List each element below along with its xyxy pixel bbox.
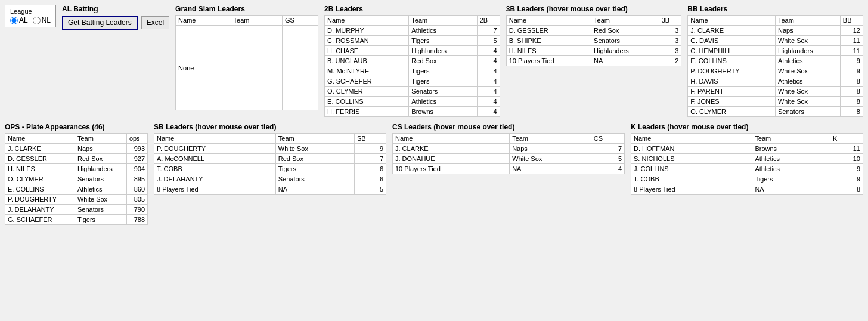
row-val: 904 bbox=[126, 164, 147, 174]
ops-leaders-section: OPS - Plate Appearances (46) Name Team o… bbox=[5, 123, 148, 225]
row-val: 5 bbox=[477, 36, 500, 46]
row-val: 4 bbox=[477, 107, 500, 117]
ops-title: OPS - Plate Appearances (46) bbox=[5, 123, 148, 131]
row-name: H. CHASE bbox=[325, 46, 409, 56]
row-val: 10 bbox=[830, 154, 863, 164]
3b-col-name: Name bbox=[506, 16, 591, 26]
row-team: Tigers bbox=[409, 66, 477, 76]
table-row: H. NILESHighlanders904 bbox=[5, 164, 148, 174]
row-val: 9 bbox=[840, 66, 863, 76]
row-team: White Sox bbox=[275, 144, 354, 154]
radio-nl-input[interactable] bbox=[33, 17, 41, 24]
row-team: Senators bbox=[591, 36, 659, 46]
row-name: A. McCONNELL bbox=[154, 154, 276, 164]
ops-table: Name Team ops J. CLARKENaps993D. GESSLER… bbox=[5, 133, 148, 225]
row-val: 4 bbox=[477, 97, 500, 107]
row-name: 10 Players Tied bbox=[393, 164, 510, 174]
row-val: 9 bbox=[830, 174, 863, 184]
row-team: Athletics bbox=[752, 154, 830, 164]
table-row: O. CLYMERSenators895 bbox=[5, 174, 148, 184]
sb-col-val: SB bbox=[355, 134, 386, 144]
row-val: 4 bbox=[477, 46, 500, 56]
row-name: G. DAVIS bbox=[688, 36, 776, 46]
ops-col-name: Name bbox=[5, 134, 75, 144]
row-name: D. MURPHY bbox=[325, 26, 409, 36]
table-row: D. GESSLERRed Sox927 bbox=[5, 154, 148, 164]
row-team: Highlanders bbox=[591, 46, 659, 56]
radio-al-input[interactable] bbox=[10, 17, 18, 24]
radio-nl-label: NL bbox=[42, 16, 51, 24]
row-val: 895 bbox=[126, 174, 147, 184]
ops-col-val: ops bbox=[126, 134, 147, 144]
row-name: B. UNGLAUB bbox=[325, 56, 409, 66]
table-row: T. COBBTigers9 bbox=[631, 174, 863, 184]
table-row: O. CLYMERSenators8 bbox=[688, 107, 863, 117]
row-name: H. NILES bbox=[5, 164, 75, 174]
bb-col-team: Team bbox=[775, 16, 840, 26]
row-team: Tigers bbox=[752, 174, 830, 184]
table-row: G. DAVISWhite Sox11 bbox=[688, 36, 863, 46]
k-col-val: K bbox=[830, 134, 863, 144]
row-val: 7 bbox=[477, 26, 500, 36]
row-name: J. DONAHUE bbox=[393, 154, 510, 164]
row-team: Tigers bbox=[409, 36, 477, 46]
get-batting-leaders-button[interactable]: Get Batting Leaders bbox=[62, 16, 138, 30]
row-name: E. COLLINS bbox=[325, 97, 409, 107]
table-row: C. HEMPHILLHighlanders11 bbox=[688, 46, 863, 56]
table-row: H. FERRISBrowns4 bbox=[325, 107, 500, 117]
table-row: D. GESSLERRed Sox3 bbox=[506, 26, 681, 36]
table-row: J. DELAHANTYSenators6 bbox=[154, 174, 386, 184]
row-name: J. CLARKE bbox=[688, 26, 776, 36]
table-row: G. SCHAEFERTigers788 bbox=[5, 215, 148, 225]
bb-col-name: Name bbox=[688, 16, 776, 26]
table-row: F. PARENTWhite Sox8 bbox=[688, 87, 863, 97]
bb-title: BB Leaders bbox=[687, 5, 863, 13]
row-name: 10 Players Tied bbox=[506, 56, 591, 66]
radio-group: AL NL bbox=[10, 16, 51, 24]
top-controls: League AL NL AL Batting Get Batting Lead… bbox=[5, 5, 863, 117]
row-team: NA bbox=[510, 164, 591, 174]
row-team: Naps bbox=[775, 26, 840, 36]
table-row: None bbox=[176, 26, 318, 110]
row-val: 927 bbox=[126, 154, 147, 164]
row-name: H. NILES bbox=[506, 46, 591, 56]
row-val: 4 bbox=[477, 56, 500, 66]
row-team: Senators bbox=[275, 174, 354, 184]
row-name: C. ROSSMAN bbox=[325, 36, 409, 46]
row-name: G. SCHAEFER bbox=[325, 76, 409, 87]
row-team: Red Sox bbox=[75, 154, 126, 164]
row-name: F. PARENT bbox=[688, 87, 776, 97]
row-val: 805 bbox=[126, 195, 147, 205]
table-row: J. COLLINSAthletics9 bbox=[631, 164, 863, 174]
2b-leaders-section: 2B Leaders Name Team 2B D. MURPHYAthleti… bbox=[324, 5, 500, 117]
k-table: Name Team K D. HOFFMANBrowns11S. NICHOLL… bbox=[631, 133, 863, 195]
row-team bbox=[231, 26, 283, 110]
row-name: D. GESSLER bbox=[506, 26, 591, 36]
row-name: O. CLYMER bbox=[688, 107, 776, 117]
row-name: None bbox=[176, 26, 231, 110]
row-val: 2 bbox=[659, 56, 681, 66]
row-team: Red Sox bbox=[409, 56, 477, 66]
row-val: 788 bbox=[126, 215, 147, 225]
radio-nl[interactable]: NL bbox=[33, 16, 51, 24]
table-row: J. DELAHANTYSenators790 bbox=[5, 205, 148, 215]
row-val: 3 bbox=[659, 46, 681, 56]
row-val: 7 bbox=[355, 154, 386, 164]
row-name: M. McINTYRE bbox=[325, 66, 409, 76]
row-name: O. CLYMER bbox=[5, 174, 75, 184]
row-val: 11 bbox=[840, 36, 863, 46]
excel-button[interactable]: Excel bbox=[141, 16, 169, 29]
row-team: Red Sox bbox=[275, 154, 354, 164]
table-row: O. CLYMERSenators4 bbox=[325, 87, 500, 97]
main-container: League AL NL AL Batting Get Batting Lead… bbox=[5, 5, 863, 225]
row-val: 9 bbox=[830, 164, 863, 174]
row-name: C. HEMPHILL bbox=[688, 46, 776, 56]
row-name: H. DAVIS bbox=[688, 76, 776, 87]
radio-al[interactable]: AL bbox=[10, 16, 28, 24]
row-name: J. CLARKE bbox=[393, 144, 510, 154]
row-team: White Sox bbox=[775, 36, 840, 46]
row-name: E. COLLINS bbox=[688, 56, 776, 66]
row-team: Naps bbox=[510, 144, 591, 154]
gs-col-name: Name bbox=[176, 16, 231, 26]
row-name: D. HOFFMAN bbox=[631, 144, 752, 154]
